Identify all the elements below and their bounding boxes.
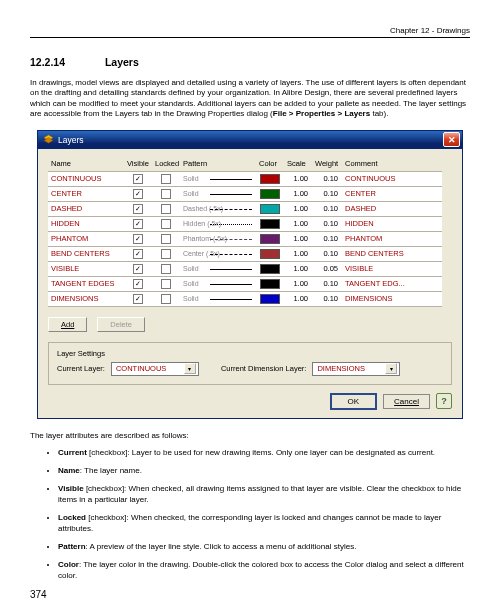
color-cell[interactable] (256, 217, 284, 232)
scale-cell[interactable]: 1.00 (284, 202, 312, 217)
locked-cell[interactable] (152, 277, 180, 292)
scale-cell[interactable]: 1.00 (284, 232, 312, 247)
layer-name-cell[interactable]: PHANTOM (48, 232, 124, 247)
color-cell[interactable] (256, 247, 284, 262)
layer-name-cell[interactable]: CENTER (48, 187, 124, 202)
color-swatch[interactable] (260, 204, 280, 214)
layer-name-cell[interactable]: BEND CENTERS (48, 247, 124, 262)
checkbox-icon[interactable] (161, 249, 171, 259)
comment-cell[interactable]: PHANTOM (342, 232, 442, 247)
visible-cell[interactable]: ✓ (124, 202, 152, 217)
checkbox-icon[interactable]: ✓ (133, 204, 143, 214)
help-icon[interactable]: ? (436, 393, 452, 409)
visible-cell[interactable]: ✓ (124, 247, 152, 262)
pattern-cell[interactable]: Center (.5x) (180, 247, 256, 262)
checkbox-icon[interactable] (161, 294, 171, 304)
comment-cell[interactable]: BEND CENTERS (342, 247, 442, 262)
weight-cell[interactable]: 0.10 (312, 232, 342, 247)
scale-cell[interactable]: 1.00 (284, 277, 312, 292)
comment-cell[interactable]: HIDDEN (342, 217, 442, 232)
color-cell[interactable] (256, 172, 284, 187)
color-swatch[interactable] (260, 264, 280, 274)
layer-name-cell[interactable]: DASHED (48, 202, 124, 217)
layer-name-cell[interactable]: HIDDEN (48, 217, 124, 232)
scale-cell[interactable]: 1.00 (284, 292, 312, 307)
locked-cell[interactable] (152, 172, 180, 187)
scale-cell[interactable]: 1.00 (284, 217, 312, 232)
visible-cell[interactable]: ✓ (124, 232, 152, 247)
layer-name-cell[interactable]: CONTINUOUS (48, 172, 124, 187)
layer-name-cell[interactable]: VISIBLE (48, 262, 124, 277)
color-cell[interactable] (256, 262, 284, 277)
visible-cell[interactable]: ✓ (124, 187, 152, 202)
checkbox-icon[interactable] (161, 219, 171, 229)
visible-cell[interactable]: ✓ (124, 277, 152, 292)
ok-button[interactable]: OK (330, 393, 378, 410)
weight-cell[interactable]: 0.10 (312, 187, 342, 202)
checkbox-icon[interactable]: ✓ (133, 174, 143, 184)
scale-cell[interactable]: 1.00 (284, 172, 312, 187)
scale-cell[interactable]: 1.00 (284, 247, 312, 262)
color-swatch[interactable] (260, 279, 280, 289)
visible-cell[interactable]: ✓ (124, 217, 152, 232)
color-swatch[interactable] (260, 249, 280, 259)
visible-cell[interactable]: ✓ (124, 262, 152, 277)
layer-name-cell[interactable]: TANGENT EDGES (48, 277, 124, 292)
color-cell[interactable] (256, 187, 284, 202)
checkbox-icon[interactable] (161, 264, 171, 274)
checkbox-icon[interactable] (161, 234, 171, 244)
weight-cell[interactable]: 0.10 (312, 172, 342, 187)
color-cell[interactable] (256, 202, 284, 217)
color-swatch[interactable] (260, 174, 280, 184)
locked-cell[interactable] (152, 187, 180, 202)
checkbox-icon[interactable] (161, 204, 171, 214)
weight-cell[interactable]: 0.10 (312, 217, 342, 232)
current-dim-combo[interactable]: DIMENSIONS ▾ (312, 362, 400, 376)
scale-cell[interactable]: 1.00 (284, 187, 312, 202)
pattern-cell[interactable]: Solid (180, 187, 256, 202)
color-swatch[interactable] (260, 219, 280, 229)
checkbox-icon[interactable]: ✓ (133, 294, 143, 304)
color-swatch[interactable] (260, 189, 280, 199)
comment-cell[interactable]: DIMENSIONS (342, 292, 442, 307)
locked-cell[interactable] (152, 232, 180, 247)
comment-cell[interactable]: TANGENT EDG... (342, 277, 442, 292)
weight-cell[interactable]: 0.10 (312, 202, 342, 217)
checkbox-icon[interactable] (161, 279, 171, 289)
weight-cell[interactable]: 0.10 (312, 277, 342, 292)
color-cell[interactable] (256, 277, 284, 292)
checkbox-icon[interactable]: ✓ (133, 264, 143, 274)
color-cell[interactable] (256, 292, 284, 307)
color-swatch[interactable] (260, 294, 280, 304)
pattern-cell[interactable]: Phantom (.5x) (180, 232, 256, 247)
checkbox-icon[interactable]: ✓ (133, 234, 143, 244)
scale-cell[interactable]: 1.00 (284, 262, 312, 277)
weight-cell[interactable]: 0.05 (312, 262, 342, 277)
checkbox-icon[interactable]: ✓ (133, 189, 143, 199)
close-icon[interactable]: ✕ (443, 132, 460, 147)
comment-cell[interactable]: CONTINUOUS (342, 172, 442, 187)
visible-cell[interactable]: ✓ (124, 292, 152, 307)
locked-cell[interactable] (152, 217, 180, 232)
comment-cell[interactable]: VISIBLE (342, 262, 442, 277)
cancel-button[interactable]: Cancel (383, 394, 430, 409)
locked-cell[interactable] (152, 292, 180, 307)
visible-cell[interactable]: ✓ (124, 172, 152, 187)
pattern-cell[interactable]: Solid (180, 172, 256, 187)
comment-cell[interactable]: CENTER (342, 187, 442, 202)
pattern-cell[interactable]: Solid (180, 262, 256, 277)
checkbox-icon[interactable]: ✓ (133, 219, 143, 229)
pattern-cell[interactable]: Solid (180, 292, 256, 307)
add-button[interactable]: Add (48, 317, 87, 332)
checkbox-icon[interactable]: ✓ (133, 249, 143, 259)
comment-cell[interactable]: DASHED (342, 202, 442, 217)
pattern-cell[interactable]: Hidden (.5x) (180, 217, 256, 232)
locked-cell[interactable] (152, 262, 180, 277)
pattern-cell[interactable]: Dashed (.5x) (180, 202, 256, 217)
color-swatch[interactable] (260, 234, 280, 244)
color-cell[interactable] (256, 232, 284, 247)
checkbox-icon[interactable] (161, 189, 171, 199)
weight-cell[interactable]: 0.10 (312, 292, 342, 307)
weight-cell[interactable]: 0.10 (312, 247, 342, 262)
locked-cell[interactable] (152, 202, 180, 217)
